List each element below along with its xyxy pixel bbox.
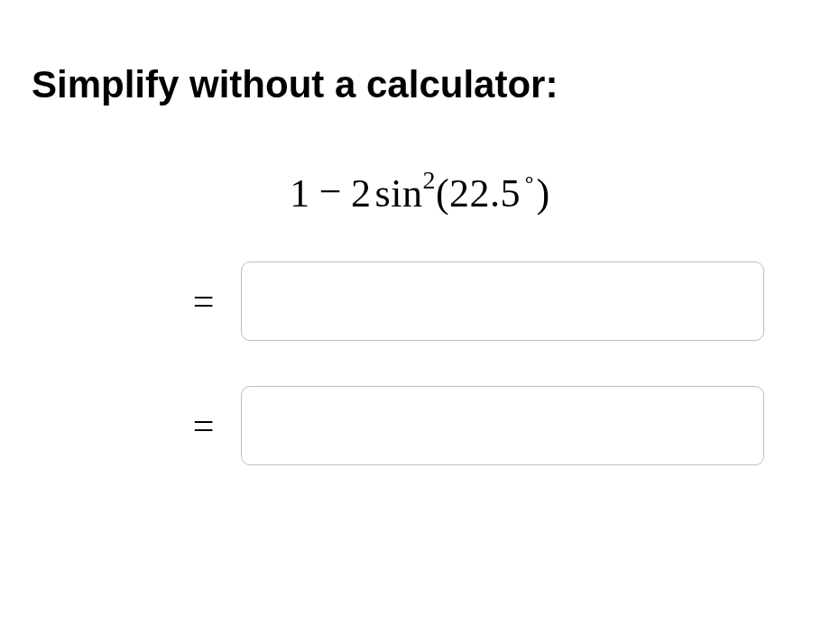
equals-sign-1: = bbox=[193, 280, 215, 323]
math-area: 1−2sin2(22.5∘) = = bbox=[32, 170, 808, 465]
expr-open-paren: ( bbox=[436, 171, 449, 216]
answer-row-1: = bbox=[193, 262, 765, 341]
answer-input-1[interactable] bbox=[241, 262, 764, 341]
expr-minus: − bbox=[319, 169, 342, 215]
expression: 1−2sin2(22.5∘) bbox=[290, 170, 550, 216]
answer-input-2[interactable] bbox=[241, 386, 764, 465]
answer-row-2: = bbox=[193, 386, 765, 465]
expr-func: sin bbox=[375, 171, 423, 216]
equals-sign-2: = bbox=[193, 404, 215, 447]
expr-exponent: 2 bbox=[422, 166, 436, 194]
expr-coeff: 2 bbox=[351, 171, 372, 216]
expr-degree: ∘ bbox=[522, 168, 537, 191]
expr-close-paren: ) bbox=[537, 171, 550, 216]
expr-angle: 22.5 bbox=[449, 171, 521, 216]
answers-wrap: = = bbox=[193, 262, 765, 465]
expr-leading: 1 bbox=[290, 171, 310, 216]
question-heading: Simplify without a calculator: bbox=[32, 63, 808, 106]
